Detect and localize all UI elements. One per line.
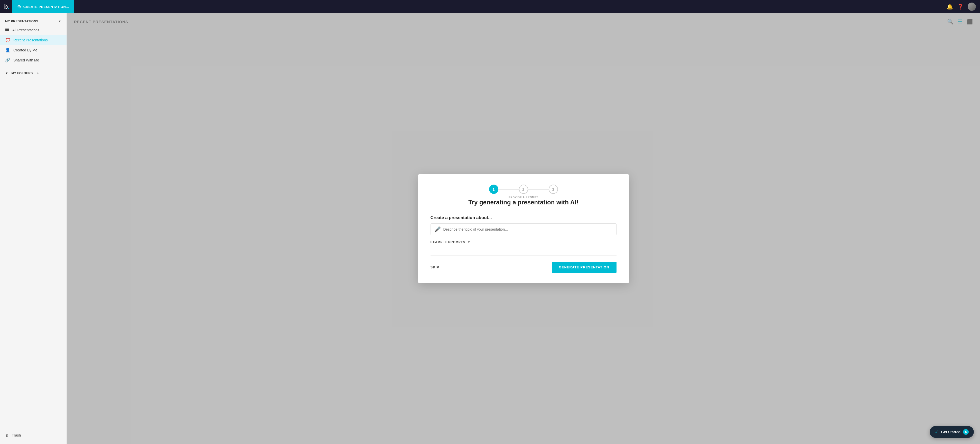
share-icon: 🔗 [5,57,10,62]
brand-dot: . [8,3,9,10]
step-1-number: 1 [492,187,495,192]
example-prompts-button[interactable]: EXAMPLE PROMPTS ▼ [431,240,471,245]
my-presentations-header[interactable]: MY PRESENTATIONS ▼ [0,18,67,25]
help-icon[interactable]: ❓ [957,3,964,10]
brand-text: b [4,3,8,10]
chevron-down-icon: ▼ [58,19,61,23]
nav-left: b. ⊕ CREATE PRESENTATION... [4,0,74,13]
microphone-icon: 🎤 [434,226,441,232]
stepper-row: 1 2 3 [489,185,558,194]
step-2-number: 2 [522,187,524,192]
bell-icon[interactable]: 🔔 [947,3,953,10]
avatar-image [968,3,976,11]
modal-overlay: 1 2 3 PROVIDE A PROMPT Try genera [67,13,980,444]
sidebar-bottom: 🗑 Trash [0,426,67,440]
step-3-number: 3 [552,187,554,192]
my-folders-label: MY FOLDERS [11,72,33,75]
generate-presentation-button[interactable]: GENERATE PRESENTATION [552,262,617,273]
sidebar-divider [0,67,67,67]
chevron-right-icon: ▼ [5,72,8,75]
sidebar-item-label: All Presentations [12,28,39,32]
avatar[interactable] [968,3,976,11]
generate-label: GENERATE PRESENTATION [559,265,609,269]
grid-icon: ⯀ [5,28,9,32]
skip-button[interactable]: SKIP [431,265,439,269]
sidebar-item-trash[interactable]: 🗑 Trash [0,431,67,440]
create-button-label: CREATE PRESENTATION... [23,5,69,9]
get-started-check-icon: ✓ [935,429,939,435]
sidebar-item-all-presentations[interactable]: ⯀ All Presentations [0,25,67,35]
example-prompts-label: EXAMPLE PROMPTS [431,240,466,244]
top-navigation: b. ⊕ CREATE PRESENTATION... 🔔 ❓ [0,0,980,13]
get-started-widget[interactable]: ✓ Get Started 5 [930,426,974,438]
nav-right: 🔔 ❓ [947,3,976,11]
sidebar-item-created-by-me[interactable]: 👤 Created By Me [0,45,67,55]
step-line-2 [528,189,549,190]
plus-icon: ⊕ [17,4,21,10]
get-started-label: Get Started [941,430,961,434]
sidebar-item-label: Recent Presentations [13,38,48,42]
sidebar-item-shared-with-me[interactable]: 🔗 Shared With Me [0,55,67,65]
my-presentations-label: MY PRESENTATIONS [5,19,38,23]
content-area: RECENT PRESENTATIONS 🔍 ☰ ⬛ 1 [67,13,980,444]
step-label: PROVIDE A PROMPT [509,196,538,199]
prompt-input[interactable] [443,227,612,232]
add-folder-icon[interactable]: + [37,72,39,75]
input-label: Create a presentation about... [431,215,617,220]
my-folders-header[interactable]: ▼ MY FOLDERS + [0,69,67,77]
create-presentation-button[interactable]: ⊕ CREATE PRESENTATION... [12,0,74,13]
step-2-circle: 2 [519,185,528,194]
chevron-down-icon: ▼ [467,240,471,244]
stepper-wrapper: 1 2 3 PROVIDE A PROMPT [431,185,617,199]
trash-label: Trash [12,433,21,437]
modal-footer: SKIP GENERATE PRESENTATION [431,255,617,273]
step-1-circle: 1 [489,185,498,194]
get-started-badge: 5 [963,429,969,435]
ai-presentation-modal: 1 2 3 PROVIDE A PROMPT Try genera [418,174,629,283]
prompt-input-wrapper[interactable]: 🎤 [431,224,617,235]
modal-title: Try generating a presentation with AI! [431,199,617,206]
sidebar-item-label: Created By Me [13,48,37,52]
sidebar-item-label: Shared With Me [13,58,39,62]
sidebar-item-recent-presentations[interactable]: ⏰ Recent Presentations [0,35,67,45]
skip-label: SKIP [431,265,439,269]
trash-icon: 🗑 [5,433,9,437]
step-3-circle: 3 [549,185,558,194]
sidebar: MY PRESENTATIONS ▼ ⯀ All Presentations ⏰… [0,13,67,444]
person-icon: 👤 [5,48,10,53]
brand-logo: b. [4,3,9,10]
main-layout: MY PRESENTATIONS ▼ ⯀ All Presentations ⏰… [0,13,980,444]
clock-icon: ⏰ [5,38,10,42]
step-line-1 [498,189,519,190]
